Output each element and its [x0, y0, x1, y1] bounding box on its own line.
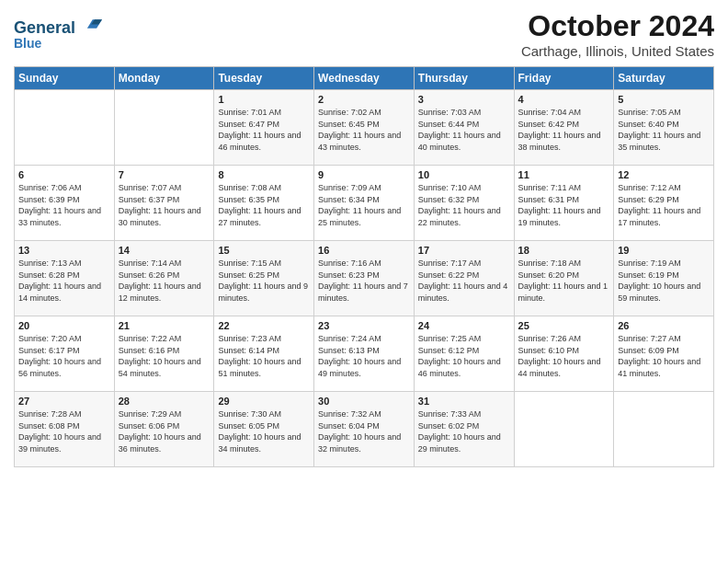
calendar-cell: 6Sunrise: 7:06 AMSunset: 6:39 PMDaylight… — [15, 166, 115, 241]
day-info: Sunrise: 7:33 AMSunset: 6:02 PMDaylight:… — [418, 408, 510, 454]
calendar-cell: 17Sunrise: 7:17 AMSunset: 6:22 PMDayligh… — [414, 241, 514, 316]
day-info: Sunrise: 7:15 AMSunset: 6:25 PMDaylight:… — [218, 258, 310, 304]
calendar-cell — [114, 90, 214, 166]
day-number: 28 — [119, 396, 210, 407]
day-number: 10 — [418, 169, 510, 180]
logo-text: General — [14, 13, 102, 38]
calendar-cell: 8Sunrise: 7:08 AMSunset: 6:35 PMDaylight… — [214, 166, 314, 241]
day-info: Sunrise: 7:09 AMSunset: 6:34 PMDaylight:… — [318, 182, 410, 228]
calendar-cell: 26Sunrise: 7:27 AMSunset: 6:09 PMDayligh… — [614, 316, 714, 392]
calendar-cell: 25Sunrise: 7:26 AMSunset: 6:10 PMDayligh… — [514, 316, 614, 392]
day-info: Sunrise: 7:03 AMSunset: 6:44 PMDaylight:… — [418, 107, 510, 153]
calendar-cell: 11Sunrise: 7:11 AMSunset: 6:31 PMDayligh… — [514, 166, 614, 241]
day-number: 15 — [218, 245, 310, 256]
day-info: Sunrise: 7:30 AMSunset: 6:05 PMDaylight:… — [218, 408, 310, 454]
day-number: 9 — [318, 169, 410, 180]
day-info: Sunrise: 7:26 AMSunset: 6:10 PMDaylight:… — [518, 333, 610, 379]
day-number: 12 — [618, 169, 710, 180]
day-info: Sunrise: 7:24 AMSunset: 6:13 PMDaylight:… — [318, 333, 410, 379]
calendar-cell: 28Sunrise: 7:29 AMSunset: 6:06 PMDayligh… — [114, 392, 214, 467]
calendar-table: SundayMondayTuesdayWednesdayThursdayFrid… — [14, 66, 714, 467]
day-info: Sunrise: 7:27 AMSunset: 6:09 PMDaylight:… — [618, 333, 710, 379]
calendar-week-4: 20Sunrise: 7:20 AMSunset: 6:17 PMDayligh… — [15, 316, 714, 392]
day-info: Sunrise: 7:28 AMSunset: 6:08 PMDaylight:… — [18, 408, 110, 454]
day-number: 23 — [318, 320, 410, 331]
day-info: Sunrise: 7:20 AMSunset: 6:17 PMDaylight:… — [18, 333, 110, 379]
day-header-wednesday: Wednesday — [314, 67, 415, 90]
calendar-week-1: 1Sunrise: 7:01 AMSunset: 6:47 PMDaylight… — [15, 90, 714, 166]
day-info: Sunrise: 7:17 AMSunset: 6:22 PMDaylight:… — [418, 258, 510, 304]
day-number: 14 — [119, 245, 210, 256]
calendar-title: October 2024 — [521, 9, 714, 43]
day-number: 21 — [119, 320, 210, 331]
day-info: Sunrise: 7:13 AMSunset: 6:28 PMDaylight:… — [18, 258, 110, 304]
day-number: 16 — [318, 245, 410, 256]
calendar-cell: 19Sunrise: 7:19 AMSunset: 6:19 PMDayligh… — [614, 241, 714, 316]
day-number: 27 — [18, 396, 110, 407]
day-number: 13 — [18, 245, 110, 256]
calendar-cell — [15, 90, 115, 166]
calendar-cell: 22Sunrise: 7:23 AMSunset: 6:14 PMDayligh… — [214, 316, 314, 392]
day-number: 26 — [618, 320, 710, 331]
day-number: 4 — [518, 94, 610, 105]
day-header-saturday: Saturday — [614, 67, 714, 90]
day-info: Sunrise: 7:16 AMSunset: 6:23 PMDaylight:… — [318, 258, 410, 304]
day-info: Sunrise: 7:10 AMSunset: 6:32 PMDaylight:… — [418, 182, 510, 228]
calendar-cell: 20Sunrise: 7:20 AMSunset: 6:17 PMDayligh… — [15, 316, 115, 392]
day-info: Sunrise: 7:23 AMSunset: 6:14 PMDaylight:… — [218, 333, 310, 379]
day-number: 22 — [218, 320, 310, 331]
calendar-cell: 7Sunrise: 7:07 AMSunset: 6:37 PMDaylight… — [114, 166, 214, 241]
calendar-cell: 3Sunrise: 7:03 AMSunset: 6:44 PMDaylight… — [414, 90, 514, 166]
calendar-cell: 23Sunrise: 7:24 AMSunset: 6:13 PMDayligh… — [314, 316, 415, 392]
calendar-cell — [614, 392, 714, 467]
day-info: Sunrise: 7:29 AMSunset: 6:06 PMDaylight:… — [119, 408, 210, 454]
logo: General Blue — [14, 13, 102, 51]
calendar-week-5: 27Sunrise: 7:28 AMSunset: 6:08 PMDayligh… — [15, 392, 714, 467]
day-info: Sunrise: 7:02 AMSunset: 6:45 PMDaylight:… — [318, 107, 410, 153]
calendar-cell: 14Sunrise: 7:14 AMSunset: 6:26 PMDayligh… — [114, 241, 214, 316]
day-number: 11 — [518, 169, 610, 180]
calendar-cell: 12Sunrise: 7:12 AMSunset: 6:29 PMDayligh… — [614, 166, 714, 241]
calendar-cell: 2Sunrise: 7:02 AMSunset: 6:45 PMDaylight… — [314, 90, 415, 166]
day-number: 17 — [418, 245, 510, 256]
day-number: 19 — [618, 245, 710, 256]
logo-blue: Blue — [14, 36, 102, 51]
calendar-cell: 18Sunrise: 7:18 AMSunset: 6:20 PMDayligh… — [514, 241, 614, 316]
day-info: Sunrise: 7:14 AMSunset: 6:26 PMDaylight:… — [119, 258, 210, 304]
day-info: Sunrise: 7:12 AMSunset: 6:29 PMDaylight:… — [618, 182, 710, 228]
day-header-monday: Monday — [114, 67, 214, 90]
day-info: Sunrise: 7:07 AMSunset: 6:37 PMDaylight:… — [119, 182, 210, 228]
day-info: Sunrise: 7:32 AMSunset: 6:04 PMDaylight:… — [318, 408, 410, 454]
calendar-header-row: SundayMondayTuesdayWednesdayThursdayFrid… — [15, 67, 714, 90]
day-header-thursday: Thursday — [414, 67, 514, 90]
day-info: Sunrise: 7:04 AMSunset: 6:42 PMDaylight:… — [518, 107, 610, 153]
calendar-cell: 5Sunrise: 7:05 AMSunset: 6:40 PMDaylight… — [614, 90, 714, 166]
day-number: 18 — [518, 245, 610, 256]
day-info: Sunrise: 7:08 AMSunset: 6:35 PMDaylight:… — [218, 182, 310, 228]
day-header-tuesday: Tuesday — [214, 67, 314, 90]
calendar-cell: 16Sunrise: 7:16 AMSunset: 6:23 PMDayligh… — [314, 241, 415, 316]
day-number: 20 — [18, 320, 110, 331]
day-number: 24 — [418, 320, 510, 331]
calendar-cell: 9Sunrise: 7:09 AMSunset: 6:34 PMDaylight… — [314, 166, 415, 241]
day-number: 30 — [318, 396, 410, 407]
calendar-cell: 24Sunrise: 7:25 AMSunset: 6:12 PMDayligh… — [414, 316, 514, 392]
title-block: October 2024 Carthage, Illinois, United … — [521, 9, 714, 59]
day-header-sunday: Sunday — [15, 67, 115, 90]
day-info: Sunrise: 7:05 AMSunset: 6:40 PMDaylight:… — [618, 107, 710, 153]
calendar-cell: 10Sunrise: 7:10 AMSunset: 6:32 PMDayligh… — [414, 166, 514, 241]
calendar-cell: 15Sunrise: 7:15 AMSunset: 6:25 PMDayligh… — [214, 241, 314, 316]
calendar-cell: 29Sunrise: 7:30 AMSunset: 6:05 PMDayligh… — [214, 392, 314, 467]
day-number: 6 — [18, 169, 110, 180]
calendar-week-2: 6Sunrise: 7:06 AMSunset: 6:39 PMDaylight… — [15, 166, 714, 241]
calendar-cell: 30Sunrise: 7:32 AMSunset: 6:04 PMDayligh… — [314, 392, 415, 467]
day-number: 2 — [318, 94, 410, 105]
day-info: Sunrise: 7:06 AMSunset: 6:39 PMDaylight:… — [18, 182, 110, 228]
calendar-week-3: 13Sunrise: 7:13 AMSunset: 6:28 PMDayligh… — [15, 241, 714, 316]
calendar-cell — [514, 392, 614, 467]
day-number: 29 — [218, 396, 310, 407]
calendar-cell: 13Sunrise: 7:13 AMSunset: 6:28 PMDayligh… — [15, 241, 115, 316]
calendar-page: General Blue October 2024 Carthage, Illi… — [0, 0, 728, 563]
day-number: 7 — [119, 169, 210, 180]
day-number: 31 — [418, 396, 510, 407]
